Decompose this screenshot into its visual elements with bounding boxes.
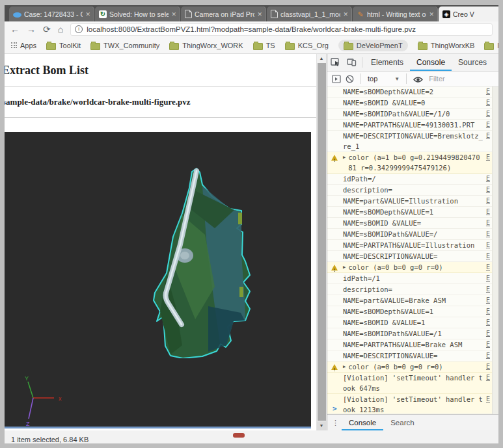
source-link[interactable]: E: [486, 218, 490, 228]
3d-viewer-canvas[interactable]: Y x Z: [5, 132, 311, 428]
source-link[interactable]: E: [486, 131, 490, 141]
source-link[interactable]: E: [486, 109, 490, 119]
console-message[interactable]: ▶color (a=1 b=0 g=0.219449982047081 r=0.…: [327, 152, 493, 174]
console-prompt[interactable]: >: [327, 403, 493, 414]
close-tab-icon[interactable]: ✕: [171, 11, 176, 18]
source-link[interactable]: E: [486, 240, 490, 250]
browser-tab-5[interactable]: ✎html - Writing text on✕: [353, 7, 438, 21]
reload-icon[interactable]: ⟳: [43, 25, 51, 34]
console-filter-input[interactable]: [428, 74, 476, 83]
device-toolbar-icon[interactable]: [344, 55, 360, 70]
console-message[interactable]: NAME=sBOMID &VALUE=0E: [327, 98, 493, 109]
console-message[interactable]: ▶color (a=0 b=0 g=0 r=0)E: [327, 362, 493, 373]
bookmark-projects[interactable]: Projects: [484, 41, 498, 50]
devtools-tab-console[interactable]: Console: [410, 54, 452, 71]
scrollbar-thumb[interactable]: [318, 63, 326, 421]
devtools-tab-sources[interactable]: Sources: [452, 54, 493, 71]
context-selector[interactable]: top ▼: [368, 75, 400, 83]
source-link[interactable]: E: [486, 350, 490, 361]
console-message[interactable]: NAME=sBOMDepth&VALUE=1E: [327, 306, 493, 317]
console-sidebar-icon[interactable]: [332, 72, 341, 86]
source-link[interactable]: E: [486, 284, 490, 295]
back-icon[interactable]: ←: [10, 25, 20, 34]
source-link[interactable]: E: [486, 152, 490, 163]
console-message[interactable]: NAME=DESCRIPTION&VALUE=E: [327, 251, 493, 262]
console-message[interactable]: idPath=/1E: [327, 273, 493, 284]
bookmark-toolkit[interactable]: ToolKit: [46, 41, 81, 50]
source-link[interactable]: E: [486, 185, 490, 195]
console-message[interactable]: NAME=PARTPATH&VALUE=Brake ASME: [327, 339, 493, 350]
console-message[interactable]: description=E: [327, 284, 493, 295]
drawer-tab-search[interactable]: Search: [383, 415, 421, 430]
console-message[interactable]: NAME=part&VALUE=IllustrationE: [327, 196, 493, 207]
console-message[interactable]: NAME=sBOMID &VALUE=1E: [327, 317, 493, 328]
brake-model[interactable]: [117, 150, 273, 358]
source-link[interactable]: E: [486, 339, 490, 350]
console-scrollbar[interactable]: [492, 86, 498, 414]
console-message[interactable]: NAME=sBOMIDPath&VALUE=/1/0E: [327, 109, 493, 120]
browser-tab-2[interactable]: ↻Solved: How to select✕: [95, 7, 180, 21]
scroll-down-icon[interactable]: ▼: [317, 421, 326, 430]
console-message[interactable]: NAME=sBOMID &VALUE=E: [327, 218, 493, 229]
expand-caret-icon[interactable]: ▶: [343, 362, 346, 372]
console-message[interactable]: NAME=PARTPATH&VALUE=IllustrationE: [327, 240, 493, 251]
browser-tab-1[interactable]: Case: 14728433 - Con✕: [9, 7, 94, 21]
source-link[interactable]: E: [486, 373, 490, 383]
source-link[interactable]: E: [486, 317, 490, 328]
console-message[interactable]: idPath=/E: [327, 174, 493, 185]
source-link[interactable]: E: [486, 262, 490, 272]
close-tab-icon[interactable]: ✕: [257, 11, 262, 18]
console-message[interactable]: ▶color (a=0 b=0 g=0 r=0)E: [327, 262, 493, 273]
inspect-icon[interactable]: [327, 55, 344, 70]
source-link[interactable]: E: [486, 295, 490, 306]
source-link[interactable]: E: [486, 273, 490, 283]
console-message[interactable]: NAME=DESCRIPTION&VALUE=E: [327, 350, 493, 362]
browser-tab-6[interactable]: ◈Creo V✕: [439, 7, 498, 21]
browser-tab-3[interactable]: Camera on iPad Pro w✕: [181, 7, 266, 21]
devtools-tab-network[interactable]: Network: [493, 54, 498, 71]
source-link[interactable]: E: [486, 174, 490, 184]
console-message[interactable]: NAME=DESCRIPTION&VALUE=Bremsklotz_re_1E: [327, 131, 493, 152]
console-message[interactable]: NAME=sBOMDepth&VALUE=1E: [327, 207, 493, 218]
source-link[interactable]: E: [486, 251, 490, 261]
bookmark-ts[interactable]: TS: [253, 41, 275, 50]
page-scrollbar[interactable]: ▲ ▼: [316, 54, 327, 430]
bookmark-kcs-org[interactable]: KCS_Org: [285, 41, 329, 50]
source-link[interactable]: E: [486, 98, 490, 108]
console-message[interactable]: description=E: [327, 185, 493, 196]
address-bar[interactable]: i: [70, 23, 493, 36]
source-link[interactable]: E: [486, 120, 490, 130]
source-link[interactable]: E: [486, 207, 490, 217]
clear-console-icon[interactable]: [346, 72, 354, 86]
bookmark-thingworx-work[interactable]: ThingWorx_WORK: [169, 41, 243, 50]
source-link[interactable]: E: [486, 306, 490, 317]
console-message[interactable]: NAME=sBOMIDPath&VALUE=/1E: [327, 328, 493, 339]
drawer-tab-console[interactable]: Console: [342, 415, 383, 430]
eye-icon[interactable]: [413, 72, 423, 86]
source-link[interactable]: E: [486, 86, 490, 97]
expand-caret-icon[interactable]: ▶: [343, 262, 346, 272]
console-message[interactable]: NAME=part&VALUE=Brake ASME: [327, 295, 493, 306]
bookmark-development[interactable]: DeVeloPmenT: [338, 40, 408, 51]
bookmark-twx-community[interactable]: TWX_Community: [90, 41, 159, 50]
source-link[interactable]: E: [486, 362, 490, 372]
close-tab-icon[interactable]: ✕: [343, 11, 348, 18]
source-link[interactable]: E: [486, 328, 490, 339]
console-message[interactable]: NAME=sBOMIDPath&VALUE=/E: [327, 229, 493, 240]
source-link[interactable]: E: [486, 196, 490, 206]
devtools-tab-elements[interactable]: Elements: [364, 54, 410, 71]
url-input[interactable]: [87, 25, 488, 33]
home-icon[interactable]: ⌂: [58, 25, 63, 34]
source-link[interactable]: E: [486, 229, 490, 239]
forward-icon[interactable]: →: [27, 25, 36, 34]
expand-caret-icon[interactable]: ▶: [343, 152, 346, 163]
page-info-icon[interactable]: i: [75, 25, 83, 33]
kebab-menu-icon[interactable]: ⋮: [330, 419, 340, 427]
console-message[interactable]: NAME=sBOMDepth&VALUE=2E: [327, 86, 493, 98]
browser-tab-4[interactable]: classtvapi_1_1_model✕: [267, 7, 352, 21]
bookmark-thingworxkb[interactable]: ThingWorxKB: [418, 41, 475, 50]
close-tab-icon[interactable]: ✕: [85, 11, 90, 18]
console-message[interactable]: [Violation] 'setTimeout' handler took 64…: [327, 373, 493, 394]
bookmark-apps[interactable]: Apps: [11, 42, 36, 49]
close-tab-icon[interactable]: ✕: [429, 11, 434, 18]
